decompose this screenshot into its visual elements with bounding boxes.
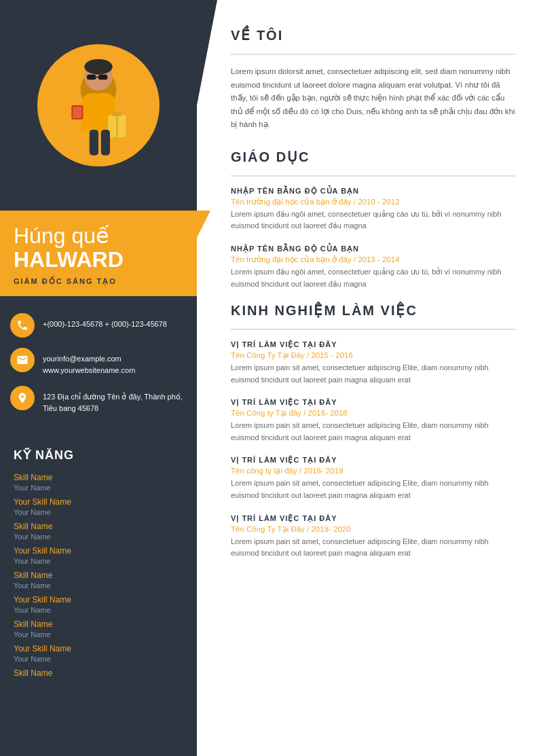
work-divider bbox=[231, 329, 515, 330]
about-divider bbox=[231, 54, 515, 55]
work-position: VỊ TRÍ LÀM VIỆC TẠI ĐÂY bbox=[231, 398, 515, 407]
skill-sublabel: Your Name bbox=[14, 533, 183, 541]
name-section: Húng quế HALWARD GIÁM ĐỐC SÁNG TẠO bbox=[0, 211, 197, 296]
svg-rect-13 bbox=[101, 130, 110, 156]
address-text: 123 Địa chỉ đường Tên ở đây, Thành phố, … bbox=[43, 386, 187, 414]
edu-degree: NHẬP TÊN BẰNG ĐỘ CỦA BẠN bbox=[231, 245, 515, 253]
skill-label: Your Skill Name bbox=[14, 497, 183, 507]
skill-sublabel: Your Name bbox=[14, 557, 183, 565]
skill-sublabel: Your Name bbox=[14, 630, 183, 638]
work-item: VỊ TRÍ LÀM VIỆC TẠI ĐÂY Tên công ty tại … bbox=[231, 456, 515, 501]
work-position: VỊ TRÍ LÀM VIỆC TẠI ĐÂY bbox=[231, 340, 515, 349]
work-desc: Lorem ipsum pain sit amet, consectetuer … bbox=[231, 536, 515, 560]
email-text: yourinfo@example.comwww.yourwebsitename.… bbox=[43, 348, 135, 376]
svg-rect-12 bbox=[90, 130, 98, 156]
work-list: VỊ TRÍ LÀM VIỆC TẠI ĐÂY Tên Công Ty Tại … bbox=[231, 340, 515, 560]
edu-desc: Lorem ipsum đầu ngôi amet, consectetuer … bbox=[231, 266, 515, 290]
edu-degree: NHẬP TÊN BẰNG ĐỘ CỦA BẠN bbox=[231, 187, 515, 196]
skill-label: Skill Name bbox=[14, 668, 183, 678]
education-item: NHẬP TÊN BẰNG ĐỘ CỦA BẠN Tên trường đại … bbox=[231, 187, 515, 232]
svg-rect-4 bbox=[87, 75, 96, 80]
work-desc: Lorem ipsum pain sit amet, consectetuer … bbox=[231, 420, 515, 444]
email-icon bbox=[10, 348, 35, 372]
skills-section: KỸ NĂNG Skill NameYour NameYour Skill Na… bbox=[0, 437, 197, 756]
skills-heading: KỸ NĂNG bbox=[14, 448, 183, 463]
work-company: Tên Công ty Tại đây / 2016- 2018 bbox=[231, 408, 515, 418]
about-section: VỀ TÔI Lorem ipsum dolorsit amet, consec… bbox=[231, 27, 515, 132]
education-divider bbox=[231, 175, 515, 177]
main-content: VỀ TÔI Lorem ipsum dolorsit amet, consec… bbox=[197, 0, 539, 756]
skill-sublabel: Your Name bbox=[14, 655, 183, 663]
phone-text: +(000)-123-45678 + (000)-123-45678 bbox=[43, 313, 167, 330]
job-title: GIÁM ĐỐC SÁNG TẠO bbox=[14, 277, 183, 286]
education-section: GIÁO DỤC NHẬP TÊN BẰNG ĐỘ CỦA BẠN Tên tr… bbox=[231, 149, 515, 290]
last-name: HALWARD bbox=[14, 248, 183, 272]
skills-list: Skill NameYour NameYour Skill NameYour N… bbox=[14, 473, 183, 678]
work-company: Tên công ty tại đây / 2018- 2019 bbox=[231, 466, 515, 475]
location-icon bbox=[10, 386, 35, 410]
about-heading: VỀ TÔI bbox=[231, 27, 515, 43]
skill-sublabel: Your Name bbox=[14, 484, 183, 492]
work-company: Tên Công Ty Tại Đây / 2019- 2020 bbox=[231, 524, 515, 534]
skill-label: Your Skill Name bbox=[14, 644, 183, 653]
svg-rect-8 bbox=[73, 107, 81, 118]
skill-label: Your Skill Name bbox=[14, 595, 183, 605]
education-list: NHẬP TÊN BẰNG ĐỘ CỦA BẠN Tên trường đại … bbox=[231, 187, 515, 290]
work-heading: KINH NGHIỆM LÀM VIỆC bbox=[231, 302, 515, 319]
email-contact: yourinfo@example.comwww.yourwebsitename.… bbox=[10, 348, 187, 376]
skill-label: Skill Name bbox=[14, 571, 183, 580]
avatar-section bbox=[0, 0, 197, 211]
svg-rect-5 bbox=[98, 75, 107, 80]
skill-sublabel: Your Name bbox=[14, 581, 183, 590]
address-contact: 123 Địa chỉ đường Tên ở đây, Thành phố, … bbox=[10, 386, 187, 414]
contact-section: +(000)-123-45678 + (000)-123-45678 youri… bbox=[0, 296, 197, 437]
skill-sublabel: Your Name bbox=[14, 508, 183, 516]
phone-contact: +(000)-123-45678 + (000)-123-45678 bbox=[10, 313, 187, 338]
work-desc: Lorem ipsum pain sit amet, consectetuer … bbox=[231, 478, 515, 501]
work-company: Tên Công Ty Tại Đây / 2015 - 2016 bbox=[231, 350, 515, 360]
work-section: KINH NGHIỆM LÀM VIỆC VỊ TRÍ LÀM VIỆC TẠI… bbox=[231, 302, 515, 560]
education-item: NHẬP TÊN BẰNG ĐỘ CỦA BẠN Tên trường đại … bbox=[231, 245, 515, 290]
svg-point-3 bbox=[84, 59, 113, 75]
sidebar: Húng quế HALWARD GIÁM ĐỐC SÁNG TẠO +(000… bbox=[0, 0, 197, 756]
work-item: VỊ TRÍ LÀM VIỆC TẠI ĐÂY Tên Công Ty Tại … bbox=[231, 514, 515, 560]
work-position: VỊ TRÍ LÀM VIỆC TẠI ĐÂY bbox=[231, 456, 515, 465]
skill-label: Skill Name bbox=[14, 619, 183, 629]
skill-label: Skill Name bbox=[14, 522, 183, 531]
edu-desc: Lorem ipsum đầu ngôi amet, consectetuer … bbox=[231, 209, 515, 232]
edu-school: Tên trường đại học của bạn ở đây / 2010 … bbox=[231, 197, 515, 206]
work-desc: Lorem ipsum pain sit amet, consectetuer … bbox=[231, 362, 515, 386]
about-text: Lorem ipsum dolorsit amet, consectetuer … bbox=[231, 65, 515, 132]
avatar bbox=[37, 44, 160, 166]
skill-label: Skill Name bbox=[14, 473, 183, 482]
work-position: VỊ TRÍ LÀM VIỆC TẠI ĐÂY bbox=[231, 514, 515, 523]
skill-sublabel: Your Name bbox=[14, 606, 183, 614]
education-heading: GIÁO DỤC bbox=[231, 149, 515, 165]
work-item: VỊ TRÍ LÀM VIỆC TẠI ĐÂY Tên Công Ty Tại … bbox=[231, 340, 515, 386]
work-item: VỊ TRÍ LÀM VIỆC TẠI ĐÂY Tên Công ty Tại … bbox=[231, 398, 515, 444]
edu-school: Tên trường đại học của bạn ở đây / 2013 … bbox=[231, 255, 515, 264]
first-name: Húng quế bbox=[14, 224, 183, 248]
skill-label: Your Skill Name bbox=[14, 546, 183, 556]
phone-icon bbox=[10, 313, 35, 338]
